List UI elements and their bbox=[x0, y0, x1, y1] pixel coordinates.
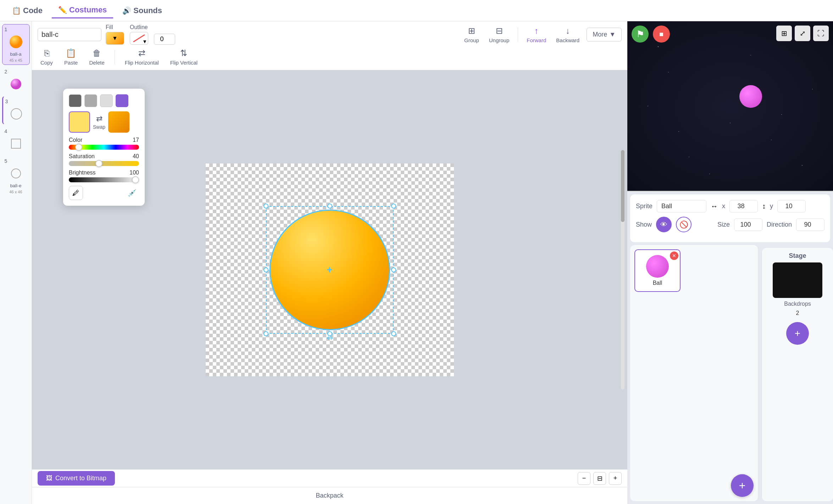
costume-thumb-4 bbox=[8, 135, 24, 152]
paste-button[interactable]: 📋 Paste bbox=[61, 47, 80, 67]
ungroup-button[interactable]: ⊟ Ungroup bbox=[486, 24, 512, 45]
show-button-hidden[interactable]: 🚫 bbox=[676, 217, 692, 232]
flip-h-icon: ⇄ bbox=[138, 48, 145, 58]
flip-v-button[interactable]: ⇅ Flip Vertical bbox=[167, 47, 201, 67]
y-input[interactable] bbox=[777, 200, 806, 212]
tab-sounds[interactable]: 🔊 Sounds bbox=[116, 3, 168, 18]
stop-button[interactable]: ■ bbox=[653, 26, 670, 43]
paste-label: Paste bbox=[64, 60, 78, 66]
color-slider-label: Color 17 bbox=[69, 137, 139, 143]
costume-item-4[interactable]: 4 bbox=[2, 126, 30, 154]
stage-expand-btn[interactable]: ⤢ bbox=[795, 26, 810, 41]
backward-icon: ↓ bbox=[566, 26, 570, 36]
stage-thumbnail[interactable] bbox=[773, 262, 822, 298]
direction-input[interactable] bbox=[796, 218, 824, 231]
convert-label: Convert to Bitmap bbox=[55, 475, 106, 482]
pipette-button[interactable]: 💉 bbox=[125, 186, 139, 200]
fill-group: Fill ▼ bbox=[106, 24, 124, 45]
mode-purple[interactable] bbox=[116, 94, 128, 107]
mode-light[interactable] bbox=[100, 94, 113, 107]
tab-code[interactable]: 📋 Code bbox=[6, 3, 49, 18]
color-label: Color bbox=[69, 137, 82, 143]
costume-name-input[interactable] bbox=[38, 28, 101, 41]
svg-rect-3 bbox=[11, 139, 21, 148]
brightness-slider-track[interactable] bbox=[69, 177, 139, 182]
show-button-visible[interactable]: 👁 bbox=[656, 217, 672, 232]
scrollbar-thumb[interactable] bbox=[621, 150, 624, 222]
group-button[interactable]: ⊞ Group bbox=[461, 24, 482, 45]
saturation-slider-track[interactable] bbox=[69, 161, 139, 166]
saturation-slider-thumb[interactable] bbox=[95, 160, 102, 167]
forward-button[interactable]: ↑ Forward bbox=[524, 24, 549, 45]
stage-tab-label: Stage bbox=[789, 252, 806, 260]
costume-num-2: 2 bbox=[5, 69, 7, 74]
costume-item-2[interactable]: 2 bbox=[2, 66, 30, 95]
flip-h-button[interactable]: ⇄ Flip Horizontal bbox=[122, 47, 162, 67]
convert-icon: 🖼 bbox=[46, 475, 52, 482]
handle-bl[interactable] bbox=[263, 331, 268, 336]
handle-tr[interactable] bbox=[391, 204, 396, 209]
costume-item-1[interactable]: 1 ball-a 45 x 45 bbox=[2, 24, 30, 65]
brightness-label: Brightness bbox=[69, 170, 96, 176]
zoom-out-button[interactable]: − bbox=[578, 472, 590, 485]
color-value: 17 bbox=[133, 137, 139, 143]
copy-button[interactable]: ⎘ Copy bbox=[38, 47, 56, 67]
scrollbar-track bbox=[621, 150, 624, 389]
rotate-handle[interactable]: ⇔ bbox=[327, 333, 333, 343]
svg-point-1 bbox=[11, 79, 21, 89]
swap-button[interactable]: ⇄ Swap bbox=[93, 114, 105, 130]
sprite-card-ball[interactable]: ✕ Ball bbox=[634, 249, 681, 292]
handle-mr[interactable] bbox=[391, 267, 396, 272]
add-backdrop-button[interactable]: + bbox=[786, 322, 809, 345]
color-slider-group: Color 17 bbox=[69, 137, 139, 150]
color-tools: 🖉 💉 bbox=[69, 186, 139, 200]
add-sprite-icon: + bbox=[739, 479, 746, 492]
zoom-in-button[interactable]: + bbox=[609, 472, 622, 485]
handle-tl[interactable] bbox=[263, 204, 268, 209]
costume-item-5[interactable]: 5 ball-e 46 x 46 bbox=[2, 156, 30, 196]
convert-bitmap-button[interactable]: 🖼 Convert to Bitmap bbox=[38, 471, 115, 486]
mode-solid[interactable] bbox=[69, 94, 82, 107]
outline-group: Outline ▼ bbox=[130, 24, 148, 45]
sprite-name-input[interactable] bbox=[657, 200, 706, 212]
sprite-card-name: Ball bbox=[653, 280, 662, 286]
sprite-delete-button[interactable]: ✕ bbox=[670, 251, 678, 260]
tab-costumes[interactable]: ✏️ Costumes bbox=[52, 2, 113, 18]
mode-gray[interactable] bbox=[84, 94, 97, 107]
bottom-bar: 🖼 Convert to Bitmap − ⊟ + bbox=[32, 469, 627, 487]
more-button[interactable]: More ▼ bbox=[587, 28, 622, 41]
stage-layout-btn[interactable]: ⊞ bbox=[776, 26, 792, 41]
handle-br[interactable] bbox=[391, 331, 396, 336]
costume-thumb-3 bbox=[8, 106, 24, 122]
handle-tc[interactable] bbox=[327, 204, 332, 209]
hue-slider-thumb[interactable] bbox=[75, 144, 82, 151]
costume-item-3[interactable]: 3 bbox=[2, 96, 30, 124]
x-input[interactable] bbox=[729, 200, 758, 212]
zoom-fit-button[interactable]: ⊟ bbox=[593, 472, 606, 485]
copy-label: Copy bbox=[40, 60, 53, 66]
costume-size-1: 45 x 45 bbox=[9, 58, 22, 62]
delete-button[interactable]: 🗑 Delete bbox=[86, 47, 107, 67]
flag-icon: ⚑ bbox=[636, 29, 644, 40]
size-label: Size bbox=[717, 221, 730, 228]
stage-fullscreen-btn[interactable]: ⛶ bbox=[813, 26, 829, 41]
group-icon: ⊞ bbox=[468, 26, 475, 36]
y-axis-icon: ↕ bbox=[762, 202, 766, 210]
brightness-slider-thumb[interactable] bbox=[132, 176, 139, 183]
swap-swatch-orange[interactable] bbox=[108, 111, 129, 133]
fill-color-swatch[interactable]: ▼ bbox=[106, 32, 124, 45]
stroke-width-input[interactable] bbox=[154, 34, 175, 45]
eyedropper-button[interactable]: 🖉 bbox=[69, 186, 83, 200]
size-input[interactable] bbox=[734, 218, 762, 231]
backward-button[interactable]: ↓ Backward bbox=[553, 24, 582, 45]
add-sprite-button[interactable]: + bbox=[731, 474, 754, 497]
swap-swatch-yellow[interactable] bbox=[69, 111, 90, 133]
group-label: Group bbox=[464, 37, 479, 43]
green-flag-button[interactable]: ⚑ bbox=[632, 26, 649, 43]
canvas-checkered[interactable]: + ⇔ bbox=[206, 164, 454, 376]
sprites-stage-area: ✕ Ball + Stage Backdrops 2 + bbox=[627, 245, 833, 504]
backpack-bar[interactable]: Backpack bbox=[32, 487, 627, 504]
hue-slider-track[interactable] bbox=[69, 145, 139, 150]
handle-ml[interactable] bbox=[263, 267, 268, 272]
outline-color-swatch[interactable]: ▼ bbox=[130, 32, 148, 45]
